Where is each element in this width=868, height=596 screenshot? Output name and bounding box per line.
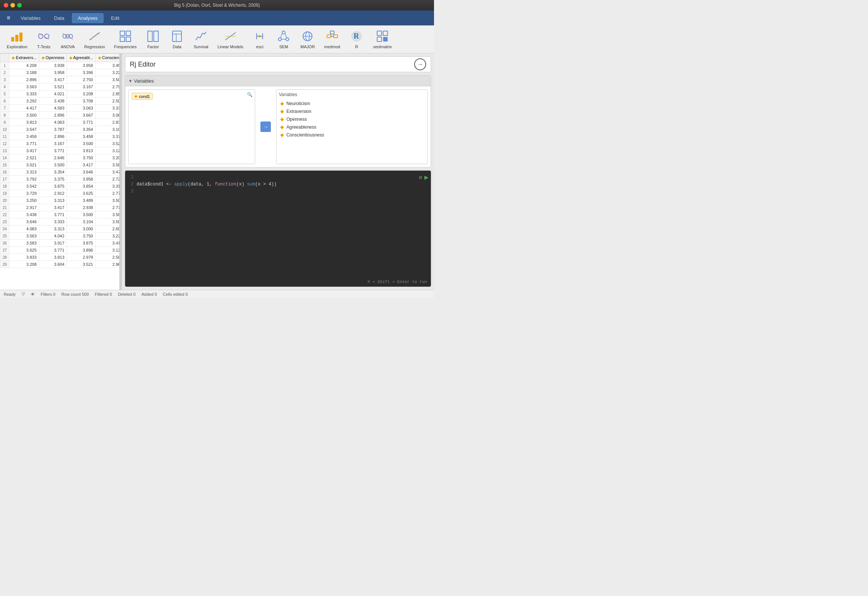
table-cell[interactable]: 2.771 — [95, 204, 119, 211]
table-cell[interactable]: 3.813 — [67, 147, 96, 154]
table-row[interactable]: 74.4174.5833.0633.3332 — [0, 105, 120, 112]
table-cell[interactable]: 4.583 — [39, 105, 67, 112]
table-cell[interactable]: 3.375 — [95, 133, 119, 140]
table-col-conscientiousness[interactable]: ◆ Conscien... — [95, 54, 119, 62]
table-cell[interactable]: 3.229 — [95, 69, 119, 76]
table-cell[interactable]: 3.104 — [95, 126, 119, 133]
table-row[interactable]: 43.5633.5213.1672.7920 — [0, 83, 120, 90]
table-row[interactable]: 163.3133.3543.6463.4790 — [0, 169, 120, 176]
table-cell[interactable]: 2.833 — [95, 119, 119, 126]
tool-seolmatrix[interactable]: seolmatrix — [369, 27, 395, 51]
maximize-button[interactable] — [17, 3, 22, 7]
table-cell[interactable]: 3.896 — [67, 247, 96, 254]
close-button[interactable] — [4, 3, 8, 7]
table-cell[interactable]: 3.354 — [67, 126, 96, 133]
table-cell[interactable]: 3.958 — [39, 69, 67, 76]
table-cell[interactable]: 2.938 — [67, 204, 96, 211]
tool-regression[interactable]: Regression — [80, 27, 109, 51]
table-cell[interactable]: 2.896 — [39, 133, 67, 140]
table-col-agreeableness[interactable]: ◆ Agreeabl... — [67, 54, 96, 62]
table-cell[interactable]: 2.500 — [95, 98, 119, 105]
tool-esci[interactable]: esci — [248, 27, 271, 51]
table-cell[interactable]: 3.000 — [67, 225, 96, 233]
table-cell[interactable]: 3.021 — [9, 162, 39, 169]
table-row[interactable]: 14.2083.9383.9583.4581 — [0, 62, 120, 69]
table-cell[interactable]: 3.375 — [39, 176, 67, 183]
menubar-tab-data[interactable]: Data — [48, 13, 70, 23]
table-row[interactable]: 283.8333.8132.9792.5830 — [0, 254, 120, 261]
table-row[interactable]: 263.5833.9173.8753.4170 — [0, 240, 120, 247]
var-item-agreeableness[interactable]: ◆Agreeableness — [279, 123, 425, 131]
table-cell[interactable]: 2.854 — [95, 90, 119, 98]
table-cell[interactable]: 4.417 — [9, 105, 39, 112]
table-cell[interactable]: 3.208 — [95, 154, 119, 162]
table-row[interactable]: 293.2083.6043.5212.9620 — [0, 261, 120, 268]
table-cell[interactable]: 3.833 — [9, 254, 39, 261]
table-cell[interactable]: 3.938 — [39, 62, 67, 69]
table-cell[interactable]: 3.771 — [67, 119, 96, 126]
table-cell[interactable]: 3.792 — [9, 176, 39, 183]
table-row[interactable]: 23.1883.9583.3963.2290 — [0, 69, 120, 76]
table-cell[interactable]: 3.333 — [9, 90, 39, 98]
table-row[interactable]: 253.5634.0423.7503.2291 — [0, 233, 120, 240]
table-cell[interactable]: 2.750 — [67, 76, 96, 83]
table-cell[interactable]: 2.583 — [95, 254, 119, 261]
tool-r[interactable]: RR — [345, 27, 368, 51]
table-cell[interactable]: 3.875 — [39, 183, 67, 190]
table-cell[interactable]: 4.042 — [39, 233, 67, 240]
table-cell[interactable]: 2.771 — [95, 190, 119, 197]
menubar-tab-variables[interactable]: Variables — [15, 13, 46, 23]
var-item-openness[interactable]: ◆Openness — [279, 115, 425, 123]
table-row[interactable]: 233.6463.3333.1043.5000 — [0, 218, 120, 225]
table-row[interactable]: 123.7713.1673.5003.5210 — [0, 140, 120, 147]
table-cell[interactable]: 3.489 — [67, 197, 96, 204]
table-cell[interactable]: 3.563 — [95, 211, 119, 218]
table-cell[interactable]: 3.500 — [95, 76, 119, 83]
table-cell[interactable]: 2.962 — [95, 261, 119, 268]
code-editor[interactable]: ⚙ ▶ 12data$cond1 <- apply(data, 1, funct… — [125, 170, 431, 287]
table-cell[interactable]: 4.208 — [9, 62, 39, 69]
table-cell[interactable]: 3.104 — [67, 218, 96, 225]
table-cell[interactable]: 3.292 — [9, 98, 39, 105]
tool-exploration[interactable]: Exploration — [3, 27, 31, 51]
table-cell[interactable]: 3.313 — [39, 197, 67, 204]
table-cell[interactable]: 3.771 — [39, 211, 67, 218]
table-row[interactable]: 173.7923.3753.9582.7290 — [0, 176, 120, 183]
search-icon[interactable]: 🔍 — [247, 92, 253, 97]
table-cell[interactable]: 3.417 — [95, 240, 119, 247]
table-cell[interactable]: 3.250 — [9, 197, 39, 204]
table-cell[interactable]: 3.167 — [39, 140, 67, 147]
table-cell[interactable]: 3.646 — [9, 218, 39, 225]
table-row[interactable]: 153.0213.5003.4173.5830 — [0, 162, 120, 169]
table-cell[interactable]: 3.667 — [67, 112, 96, 119]
table-cell[interactable]: 3.500 — [39, 162, 67, 169]
table-cell[interactable]: 2.729 — [95, 176, 119, 183]
table-cell[interactable]: 3.438 — [39, 98, 67, 105]
table-cell[interactable]: 2.917 — [9, 204, 39, 211]
table-cell[interactable]: 2.896 — [39, 112, 67, 119]
table-cell[interactable]: 3.500 — [67, 140, 96, 147]
table-cell[interactable]: 3.313 — [39, 225, 67, 233]
table-cell[interactable]: 3.646 — [67, 169, 96, 176]
table-row[interactable]: 63.2923.4383.7082.5000 — [0, 98, 120, 105]
table-cell[interactable]: 3.125 — [95, 247, 119, 254]
table-row[interactable]: 53.3334.0213.2082.8541 — [0, 90, 120, 98]
table-cell[interactable]: 2.604 — [95, 225, 119, 233]
rj-editor-arrow-button[interactable]: → — [414, 58, 426, 70]
table-cell[interactable]: 3.771 — [39, 147, 67, 154]
tool-linear-models[interactable]: Linear Models — [214, 27, 247, 51]
variables-header[interactable]: ▾ Variables — [125, 76, 431, 86]
table-cell[interactable]: 3.875 — [67, 240, 96, 247]
table-cell[interactable]: 3.458 — [9, 133, 39, 140]
table-row[interactable]: 244.0833.3133.0002.6041 — [0, 225, 120, 233]
table-cell[interactable]: 3.750 — [67, 233, 96, 240]
table-cell[interactable]: 3.313 — [95, 183, 119, 190]
table-cell[interactable]: 3.917 — [39, 240, 67, 247]
table-cell[interactable]: 3.479 — [95, 169, 119, 176]
table-cell[interactable]: 3.787 — [39, 126, 67, 133]
move-variable-button[interactable]: → — [260, 122, 271, 132]
tool-anova[interactable]: ANOVA — [56, 27, 79, 51]
table-cell[interactable]: 3.500 — [95, 197, 119, 204]
table-row[interactable]: 32.8963.4172.7503.5000 — [0, 76, 120, 83]
table-cell[interactable]: 3.625 — [67, 190, 96, 197]
